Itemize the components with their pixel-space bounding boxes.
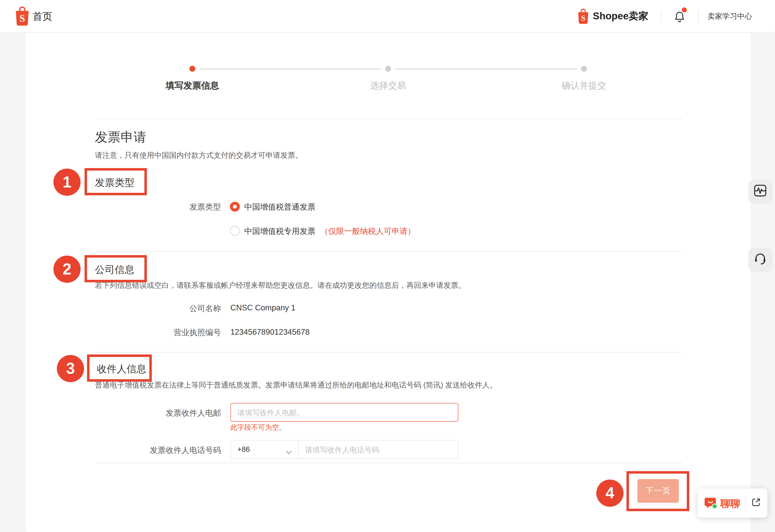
annotation-circle-3: 3 — [57, 355, 84, 382]
business-license-label: 营业执照编号 — [95, 328, 221, 338]
country-code-select[interactable]: +86 — [231, 440, 298, 458]
invoice-application-page: S 首页 S Shopee卖家 卖家学习中心 填写发票信息 选择交易 确认并提交 — [0, 0, 775, 532]
email-required-error: 此字段不可为空。 — [230, 423, 286, 432]
chevron-down-icon — [286, 448, 292, 456]
chat-label[interactable]: 聊聊 — [720, 497, 740, 510]
chat-widget[interactable]: 聊聊 — [698, 488, 767, 518]
chat-divider — [745, 495, 746, 510]
brand-wordmark[interactable]: Shopee卖家 — [593, 9, 648, 23]
section-divider — [95, 251, 682, 251]
header-divider — [661, 10, 662, 23]
step1-dot — [189, 66, 195, 72]
section-divider — [95, 352, 682, 353]
radio-special-vat-invoice[interactable] — [230, 226, 240, 236]
performance-monitor-button[interactable] — [749, 180, 772, 203]
step1-label: 填写发票信息 — [138, 80, 247, 91]
step-connector — [395, 68, 577, 69]
pulse-monitor-icon — [754, 184, 767, 199]
annotation-box-2 — [84, 255, 147, 282]
radio-general-vat-label[interactable]: 中国增值税普通发票 — [244, 202, 315, 213]
chat-popout-icon[interactable] — [751, 497, 761, 510]
annotation-circle-1: 1 — [53, 169, 81, 196]
top-navbar: S 首页 S Shopee卖家 卖家学习中心 — [0, 0, 775, 33]
step-connector — [199, 68, 381, 69]
radio-special-vat-label[interactable]: 中国增值税专用发票（仅限一般纳税人可申请） — [244, 226, 415, 237]
section-divider — [95, 119, 682, 119]
company-name-value: CNSC Company 1 — [230, 304, 295, 312]
notification-badge-dot — [682, 8, 687, 12]
step2-label: 选择交易 — [334, 80, 443, 91]
country-code-value: +86 — [237, 445, 250, 453]
headset-icon — [754, 252, 767, 267]
step3-label: 确认并提交 — [530, 80, 638, 91]
step2-dot — [385, 66, 391, 72]
recipient-phone-input[interactable] — [298, 440, 471, 458]
svg-text:S: S — [581, 14, 585, 22]
invoice-type-field-label: 发票类型 — [95, 202, 221, 213]
recipient-info-note: 普通电子增值税发票在法律上等同于普通纸质发票。发票申请结果将通过所给的电邮地址和… — [95, 381, 497, 390]
special-vat-restriction-note: （仅限一般纳税人可申请） — [320, 227, 415, 235]
svg-text:S: S — [20, 13, 25, 24]
annotation-box-1 — [84, 168, 147, 195]
page-title: 发票申请 — [95, 129, 146, 146]
annotation-circle-4: 4 — [596, 480, 624, 507]
business-license-value: 123456789012345678 — [230, 328, 309, 337]
radio-general-vat-invoice[interactable] — [230, 202, 240, 212]
recipient-phone-field: +86 — [230, 440, 458, 459]
recipient-email-input[interactable] — [230, 403, 458, 422]
section-divider — [95, 463, 682, 463]
annotation-box-4 — [627, 471, 689, 511]
shopee-logo-icon[interactable]: S — [14, 5, 31, 28]
customer-support-button[interactable] — [749, 248, 772, 271]
nav-home-link[interactable]: 首页 — [33, 10, 52, 23]
annotation-box-3 — [87, 354, 152, 382]
header-divider — [698, 10, 699, 23]
annotation-circle-2: 2 — [53, 256, 81, 283]
shopee-seller-logo-icon[interactable]: S — [577, 8, 590, 26]
step3-dot — [581, 66, 587, 72]
recipient-phone-label: 发票收件人电话号码 — [95, 445, 221, 456]
chat-bubble-icon — [704, 495, 718, 512]
nav-seller-learning-center[interactable]: 卖家学习中心 — [708, 12, 752, 21]
company-info-note: 若下列信息错误或空白，请联系客服或帐户经理来帮助您更改信息。请在成功更改您的信息… — [95, 281, 466, 290]
recipient-email-label: 发票收件人电邮 — [95, 408, 221, 419]
company-name-label: 公司名称 — [95, 304, 221, 314]
page-notice: 请注意，只有使用中国国内付款方式支付的交易才可申请发票。 — [95, 151, 303, 160]
